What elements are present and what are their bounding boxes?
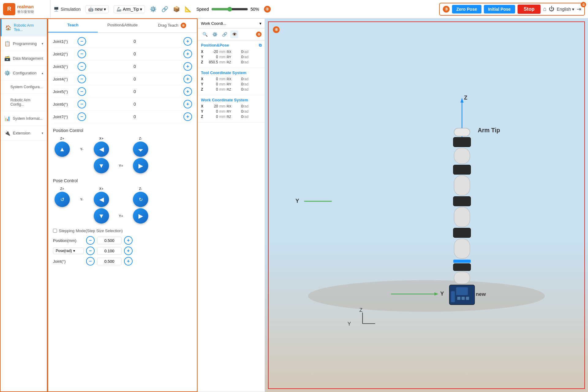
joint-2-minus[interactable]: − — [77, 50, 86, 58]
position-step-minus[interactable]: − — [86, 236, 95, 245]
pose-step-row: Pose(rad) ▾ − + — [53, 247, 192, 255]
language-selector[interactable]: English ▾ — [557, 7, 574, 12]
coord-icon-eye[interactable]: 👁️ — [230, 30, 238, 38]
sidebar-item-system-info[interactable]: 📊 System Informat... — [1, 111, 47, 126]
tool-icon-4[interactable]: 📐 — [185, 6, 191, 13]
speed-value: 50% — [251, 7, 259, 12]
pose-step-plus[interactable]: + — [124, 247, 133, 255]
coord-icon-settings[interactable]: ⚙️ — [211, 30, 219, 38]
joint-step-input[interactable] — [97, 258, 122, 265]
joint-1-plus[interactable]: + — [183, 37, 192, 46]
coord-icon-link[interactable]: 🔗 — [221, 30, 228, 38]
zero-pose-button[interactable]: Zero Pose — [452, 5, 481, 13]
info-icon: 📊 — [4, 115, 10, 121]
sidebar-label-data: Data Management — [13, 56, 43, 61]
joint-4-plus[interactable]: + — [183, 75, 192, 83]
joint-6-plus[interactable]: + — [183, 100, 192, 108]
pose-y-plus-button[interactable]: ▶ — [133, 208, 148, 224]
pose-control-grid: Z+ X+ Z- ↺ Y- ◀ — [48, 184, 197, 226]
initial-pose-button[interactable]: Initial Pose — [484, 5, 515, 13]
robot-icon: 🤖 — [88, 7, 93, 12]
sidebar-item-extension[interactable]: 🔌 Extension ▾ — [1, 126, 47, 141]
svg-rect-17 — [453, 228, 471, 238]
joint-6-minus[interactable]: − — [77, 100, 86, 108]
pos-y-minus-button[interactable]: ◀ — [94, 141, 109, 157]
power-icon-button[interactable]: ⏻ — [549, 6, 554, 12]
home-icon: 🏠 — [5, 25, 11, 31]
pose-y-plus-label: Y+ — [119, 214, 123, 218]
sidebar-item-robotic-arm[interactable]: 🏠 Robotic Arm Tea... — [1, 19, 47, 36]
joint-step-plus[interactable]: + — [124, 257, 133, 266]
tool-icon-3[interactable]: 📦 — [173, 6, 180, 13]
pose-step-input[interactable] — [97, 247, 122, 255]
joint-step-minus[interactable]: − — [86, 257, 95, 266]
pos-x-minus-button[interactable]: ▼ — [94, 158, 109, 173]
tab-teach[interactable]: Teach — [48, 19, 98, 32]
sidebar-item-configuration[interactable]: ⚙️ Configuration ▴ — [1, 66, 47, 81]
coord-panel: Work Coordi... ▾ 🔍 ⚙️ 🔗 👁️ ⑤ Position&Po… — [198, 18, 265, 392]
pos-z-plus-button[interactable]: ▲ — [55, 141, 70, 157]
logo-area: R realman 睿尔曼智能 — [3, 0, 51, 18]
pose-x-plus-label: X+ — [99, 187, 104, 190]
pos-z-plus-label: Z+ — [60, 137, 64, 140]
joint-4-minus[interactable]: − — [77, 75, 86, 83]
pose-step-minus[interactable]: − — [86, 247, 95, 255]
tc-row-z: Z 0 mm RZ 0 rad — [201, 87, 262, 92]
coord-icon-search[interactable]: 🔍 — [201, 30, 209, 38]
endpoint-dropdown[interactable]: 🦾 Arm_Tip ▾ — [114, 5, 145, 13]
pose-z-minus-button[interactable]: ↻ — [133, 192, 148, 207]
joint-3-minus[interactable]: − — [77, 62, 86, 71]
robot-name-dropdown[interactable]: 🤖 new ▾ — [85, 5, 109, 13]
pos-y-plus-button[interactable]: ▶ — [133, 158, 148, 173]
mode-selector[interactable]: 🖥️ Simulation — [54, 7, 81, 12]
joint-2-value: 0 — [86, 51, 183, 56]
joint-7-minus[interactable]: − — [77, 112, 86, 121]
position-step-plus[interactable]: + — [124, 236, 133, 245]
work-coord-dropdown[interactable]: Work Coordi... ▾ — [198, 19, 265, 28]
pos-y-plus-label: Y+ — [119, 164, 123, 168]
pose-y-minus-button[interactable]: ◀ — [94, 192, 109, 207]
joint-2-plus[interactable]: + — [183, 50, 192, 58]
svg-rect-18 — [454, 239, 470, 258]
speed-slider[interactable] — [211, 7, 248, 12]
joint-3-plus[interactable]: + — [183, 62, 192, 71]
pose-x-minus-button[interactable]: ▼ — [94, 208, 109, 224]
svg-rect-11 — [453, 137, 471, 147]
tab-drag-teach[interactable]: Drag Teach ④ — [147, 19, 197, 32]
wc-row-z: Z 0 mm RZ 0 rad — [201, 115, 262, 119]
home-icon-button[interactable]: ⌂ — [543, 6, 546, 12]
pos-z-minus-label: Z- — [139, 137, 142, 140]
toolbar-right-group: ③ Zero Pose Initial Pose Stop ⌂ ⏻ Englis… — [439, 3, 585, 16]
joint-1-value: 0 — [86, 39, 183, 44]
sidebar-item-data-management[interactable]: 🗃️ Data Management — [1, 51, 47, 66]
work-coord-section: Work Coordinate System X 20 mm RX 0 rad … — [198, 95, 265, 123]
stepping-mode-checkbox[interactable] — [53, 229, 57, 233]
tool-icon-2[interactable]: 🔗 — [161, 6, 168, 13]
chevron-down-icon: ▾ — [42, 131, 43, 135]
joint-5-minus[interactable]: − — [77, 87, 86, 96]
pose-z-plus-button[interactable]: ↺ — [55, 192, 70, 207]
pose-control-title: Pose Control — [48, 176, 197, 184]
logout-icon-button[interactable]: ⇥ — [577, 6, 581, 13]
simulation-icon: 🖥️ — [54, 7, 59, 12]
robot-arm-svg: Y Y Z Arm Tip — [269, 22, 584, 388]
joint-row-7: Joint7(°) − 0 + — [53, 111, 192, 123]
tool-coord-title: Tool Coordinate System — [201, 70, 262, 75]
sidebar-item-arm-config[interactable]: Robotic Arm Config... — [1, 94, 47, 111]
copy-icon[interactable]: ⧉ — [259, 43, 262, 48]
joint-1-minus[interactable]: − — [77, 37, 86, 46]
position-step-input[interactable] — [97, 237, 122, 244]
tab-position-attitude[interactable]: Position&Attitude — [98, 19, 147, 32]
pose-step-dropdown[interactable]: Pose(rad) ▾ — [53, 247, 84, 254]
sidebar-badge-1: ① — [581, 2, 586, 7]
stop-button[interactable]: Stop — [518, 5, 541, 14]
pos-z-minus-button[interactable] — [133, 141, 148, 157]
tc-row-x: X 0 mm RX 0 rad — [201, 77, 262, 81]
joint-7-plus[interactable]: + — [183, 112, 192, 121]
svg-text:Z: Z — [359, 307, 362, 313]
joint-5-plus[interactable]: + — [183, 87, 192, 96]
badge-3: ③ — [443, 6, 450, 13]
tool-icon-1[interactable]: ⚙️ — [150, 6, 156, 13]
sidebar-item-programming[interactable]: 📋 Programming ▾ — [1, 36, 47, 51]
sidebar-item-system-config[interactable]: System Configura... — [1, 81, 47, 94]
